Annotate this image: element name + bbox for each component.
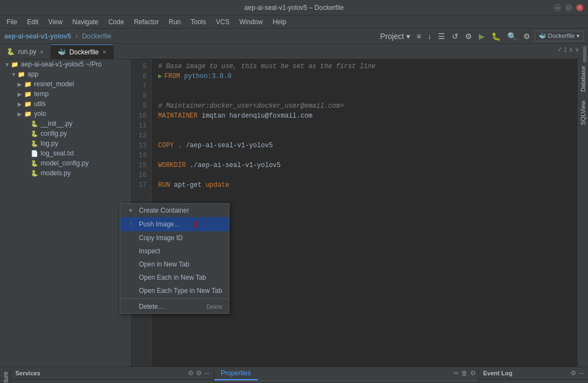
svc-add-btn[interactable]: +: [13, 381, 21, 383]
ctx-open-each-new-tab[interactable]: Open Each in New Tab: [120, 271, 229, 284]
menu-file[interactable]: File: [2, 17, 21, 27]
code-line-12: [158, 131, 570, 141]
props-settings-icon[interactable]: ⚙: [470, 369, 476, 378]
right-tab-database[interactable]: Database: [578, 62, 589, 96]
tree-resnet-label: resnet_model: [34, 80, 74, 88]
project-dropdown-icon[interactable]: Project ▾: [378, 31, 412, 42]
ctx-copy-image-id[interactable]: Copy Image ID: [120, 231, 229, 245]
maximize-button[interactable]: □: [565, 4, 573, 12]
menu-tools[interactable]: Tools: [186, 17, 210, 27]
tree-temp-label: temp: [34, 90, 49, 98]
svc-expand-btn[interactable]: ⊕: [78, 381, 88, 383]
tree-app-icon: 📁: [18, 71, 25, 78]
title-bar: aep-ai-seal-v1-yolov5 – Dockerfile ─ □ ✕: [0, 0, 588, 15]
menu-refactor[interactable]: Refactor: [130, 17, 163, 27]
run-arrow-icon: ▶: [158, 73, 162, 80]
menu-vcs[interactable]: VCS: [211, 17, 234, 27]
services-config-icon[interactable]: ⚙: [196, 369, 202, 377]
tab-runpy-close[interactable]: ✕: [40, 49, 44, 55]
tree-resnet[interactable]: ▶ 📁 resnet_model: [0, 79, 131, 89]
tree-resnet-arrow: ▶: [18, 81, 24, 87]
code-line-9: # Maintainer:docker_user<docker_user@ema…: [158, 101, 570, 111]
menu-navigate[interactable]: Navigate: [68, 17, 103, 27]
tree-modelconfig[interactable]: 🐍 model_config.py: [0, 158, 131, 168]
ctx-delete[interactable]: Delete… Delete: [120, 300, 229, 313]
toolbar-search[interactable]: 🔍: [505, 31, 519, 42]
tree-root[interactable]: ▼ 📁 aep-ai-seal-v1-yolov5 ~/Pro: [0, 59, 131, 69]
tab-dockerfile-label: Dockerfile: [69, 48, 98, 56]
ctx-open-each-type[interactable]: Open Each Type in New Tab: [120, 284, 229, 297]
svc-filter-btn[interactable]: ▼: [54, 381, 65, 383]
tree-yolo[interactable]: ▶ 📁 yolo: [0, 109, 131, 119]
code-line-17: RUN apt-get update: [158, 180, 570, 190]
event-log-title: Event Log: [483, 370, 512, 376]
tree-root-label: aep-ai-seal-v1-yolov5 ~/Pro: [21, 60, 102, 68]
props-edit-icon[interactable]: ✏: [453, 369, 459, 378]
event-log-settings-icon[interactable]: ⚙: [570, 369, 576, 377]
ctx-delete-label: Delete…: [139, 303, 165, 310]
right-tab-sqlview[interactable]: SQLView: [578, 96, 589, 130]
tree-resnet-icon: 📁: [24, 81, 32, 88]
tree-models[interactable]: 🐍 models.py: [0, 168, 131, 178]
tree-logseal[interactable]: 📄 log_seal.txt: [0, 148, 131, 158]
menu-edit[interactable]: Edit: [23, 17, 43, 27]
tree-config-label: config.py: [41, 130, 67, 137]
tree-utils[interactable]: ▶ 📁 utils: [0, 99, 131, 109]
toolbar-icon-5[interactable]: ⚙: [463, 31, 474, 42]
services-minimize-icon[interactable]: ─: [204, 369, 209, 377]
toolbar-icon-4[interactable]: ↺: [450, 31, 461, 42]
tree-app[interactable]: ▼ 📁 app: [0, 69, 131, 79]
props-delete-icon[interactable]: 🗑: [461, 369, 468, 378]
tree-temp-arrow: ▶: [18, 91, 24, 97]
tree-init-label: __init__.py: [41, 120, 72, 127]
ctx-open-each-label: Open Each in New Tab: [139, 274, 206, 281]
svc-group-btn[interactable]: ⊞: [43, 381, 53, 383]
tree-init[interactable]: 🐍 __init__.py: [0, 119, 131, 129]
tab-runpy-label: run.py: [18, 48, 36, 55]
window-controls[interactable]: ─ □ ✕: [554, 4, 584, 12]
code-line-14: [158, 151, 570, 160]
tree-log-icon: 🐍: [31, 140, 38, 147]
file-tree-sidebar: ▼ 📁 aep-ai-seal-v1-yolov5 ~/Pro ▼ 📁 app …: [0, 59, 132, 367]
tree-config[interactable]: 🐍 config.py: [0, 129, 131, 138]
debug-button[interactable]: 🐛: [489, 31, 503, 42]
toolbar-icon-2[interactable]: ↓: [425, 31, 434, 42]
event-log-minimize-icon[interactable]: ─: [579, 369, 584, 377]
services-toolbar: + ≡ ⇅ ⊞ ▼ 🏷 ⊕: [11, 380, 214, 383]
menu-view[interactable]: View: [44, 17, 67, 27]
run-button[interactable]: ▶: [477, 31, 487, 42]
toolbar-settings[interactable]: ⚙: [521, 31, 533, 42]
svc-sort-btn[interactable]: ⇅: [32, 381, 42, 383]
menu-window[interactable]: Window: [235, 17, 267, 27]
ctx-inspect[interactable]: Inspect: [120, 245, 229, 258]
ctx-create-container[interactable]: + Create Container: [120, 204, 229, 217]
ctx-push-image[interactable]: ↑ Push Image… 2: [120, 217, 229, 231]
minimize-button[interactable]: ─: [554, 4, 562, 12]
left-tab-structure[interactable]: Structure: [1, 367, 10, 383]
ctx-delete-label-right: Delete: [206, 304, 222, 310]
services-settings-icon[interactable]: ⚙: [188, 369, 194, 377]
menu-run[interactable]: Run: [164, 17, 185, 27]
tree-temp-icon: 📁: [24, 91, 32, 98]
tree-log[interactable]: 🐍 log.py: [0, 138, 131, 148]
ctx-create-label: Create Container: [139, 207, 189, 214]
props-tab-properties[interactable]: Properties: [214, 367, 257, 380]
tab-dockerfile-close[interactable]: ✕: [102, 49, 107, 55]
menu-code[interactable]: Code: [104, 17, 128, 27]
close-button[interactable]: ✕: [576, 4, 584, 12]
svc-tag-btn[interactable]: 🏷: [66, 381, 77, 383]
menu-help[interactable]: Help: [268, 17, 291, 27]
tab-runpy-icon: 🐍: [7, 48, 15, 55]
tab-dockerfile[interactable]: 🐳 Dockerfile ✕: [51, 45, 113, 59]
tree-app-arrow: ▼: [11, 71, 18, 77]
code-line-13: COPY . /aep-ai-seal-v1-yolov5: [158, 141, 570, 151]
dockerfile-dropdown[interactable]: 🐳 Dockerfile ▾: [535, 31, 584, 41]
svc-list-btn[interactable]: ≡: [23, 381, 31, 383]
tree-yolo-label: yolo: [34, 110, 46, 118]
ctx-open-new-tab[interactable]: Open in New Tab: [120, 258, 229, 271]
tab-runpy[interactable]: 🐍 run.py ✕: [0, 45, 51, 59]
toolbar-icon-3[interactable]: ☰: [436, 31, 447, 42]
tree-temp[interactable]: ▶ 📁 temp: [0, 89, 131, 99]
left-tabs: Structure Favorites: [0, 367, 11, 383]
toolbar-icon-1[interactable]: ≡: [415, 31, 423, 42]
